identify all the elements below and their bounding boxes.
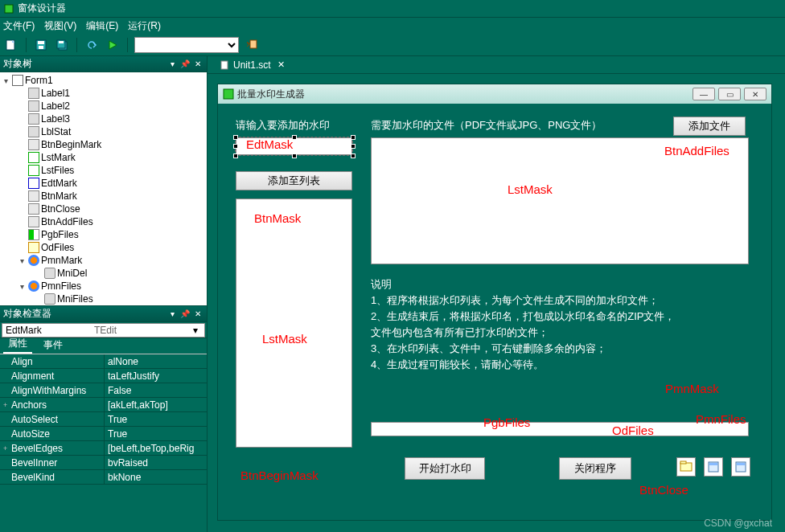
dropdown-icon[interactable]: ▾	[166, 309, 178, 320]
prop-row[interactable]: AutoSelectTrue	[0, 412, 207, 427]
toolbar-find-icon[interactable]	[244, 37, 260, 53]
prop-row[interactable]: AlignWithMarginsFalse	[0, 383, 207, 398]
toolbar-combo-select[interactable]	[134, 37, 239, 53]
form-body[interactable]: 请输入要添加的水印 需要加水印的文件（PDF文件或JPG、PNG文件） 添加至列…	[218, 104, 771, 520]
toolbar-divider	[127, 38, 128, 52]
svg-rect-9	[221, 61, 228, 69]
main-area: 对象树 ▾ 📌 ✕ ▾Form1 Label1 Label2 Label3 Lb…	[0, 56, 785, 532]
file-icon	[220, 60, 230, 70]
tree-node[interactable]: LstMark	[2, 151, 205, 164]
lstmark-listbox[interactable]	[236, 198, 352, 448]
svg-rect-16	[737, 463, 745, 465]
btn-add-files[interactable]: 添加文件	[673, 117, 746, 136]
prop-row[interactable]: AutoSizeTrue	[0, 427, 207, 441]
dropdown-icon[interactable]: ▾	[166, 59, 178, 70]
close-icon[interactable]: ✕	[277, 59, 285, 70]
odfiles-component-icon[interactable]	[676, 457, 696, 477]
svg-rect-12	[680, 461, 686, 464]
right-column: Unit1.sct ✕ 批量水印生成器 — ▭ ✕ 请输入要添加的水印 需要加水…	[208, 56, 785, 532]
maximize-button[interactable]: ▭	[718, 88, 741, 100]
btn-add-to-list[interactable]: 添加至列表	[236, 171, 352, 190]
close-icon[interactable]: ✕	[192, 309, 203, 320]
minimize-button[interactable]: —	[693, 88, 715, 100]
annotation-btnbegin: BtnBeginMask	[240, 469, 319, 482]
tree-panel-title: 对象树	[3, 57, 32, 71]
toolbar	[0, 34, 785, 56]
tree-node[interactable]: Label3	[2, 113, 205, 125]
btn-begin-mark[interactable]: 开始打水印	[405, 457, 485, 480]
tree-node[interactable]: BtnClose	[2, 203, 205, 215]
toolbar-save-icon[interactable]	[33, 37, 49, 53]
menu-edit[interactable]: 编辑(E)	[86, 19, 118, 33]
tree-node[interactable]: PgbFiles	[2, 228, 205, 241]
toolbar-saveall-icon[interactable]	[54, 37, 70, 53]
pin-icon[interactable]: 📌	[179, 309, 191, 320]
annotation-lstmask2: LstMask	[508, 182, 553, 196]
tree-node[interactable]: BtnAddFiles	[2, 215, 205, 228]
tree-node[interactable]: BtnMark	[2, 190, 205, 203]
svg-rect-8	[250, 40, 257, 48]
editor-tabstrip: Unit1.sct ✕	[208, 56, 785, 74]
annotation-btnmask: BtnMask	[254, 211, 301, 225]
editor-tab[interactable]: Unit1.sct ✕	[214, 58, 291, 72]
tree-node[interactable]: ▾PmnFiles	[2, 280, 205, 293]
tree-node[interactable]: MniFiles	[2, 293, 205, 305]
inspector-title: 对象检查器	[3, 307, 51, 321]
menu-view[interactable]: 视图(V)	[44, 19, 76, 33]
tree-node[interactable]: Label2	[2, 100, 205, 113]
prop-row[interactable]: +BevelEdges[beLeft,beTop,beRig	[0, 441, 207, 456]
annotation-odfiles: OdFiles	[612, 424, 654, 437]
tab-events[interactable]: 事件	[39, 337, 68, 354]
design-canvas[interactable]: 批量水印生成器 — ▭ ✕ 请输入要添加的水印 需要加水印的文件（PDF文件或J…	[208, 74, 785, 532]
tree-node[interactable]: BtnBeginMark	[2, 138, 205, 151]
app-icon	[3, 3, 14, 14]
tree-node[interactable]: EdtMark	[2, 177, 205, 190]
tab-attributes[interactable]: 属性	[3, 335, 32, 354]
tree-node[interactable]: ▾PmnMark	[2, 254, 205, 267]
prop-row[interactable]: +Anchors[akLeft,akTop]	[0, 398, 207, 412]
tree-node-form[interactable]: ▾Form1	[2, 74, 205, 87]
pmnmask-component-icon[interactable]	[704, 457, 723, 477]
tree-node[interactable]: Label1	[2, 87, 205, 100]
toolbar-new-icon[interactable]	[3, 37, 19, 53]
label-desc-2: 2、生成结束后，将根据水印名，打包成以水印名命名的ZIP文件，	[371, 309, 675, 324]
svg-rect-7	[59, 41, 64, 43]
menu-file[interactable]: 文件(F)	[3, 19, 35, 33]
design-form-window[interactable]: 批量水印生成器 — ▭ ✕ 请输入要添加的水印 需要加水印的文件（PDF文件或J…	[217, 84, 772, 521]
tree-node[interactable]: MniDel	[2, 267, 205, 280]
app-title: 窗体设计器	[18, 2, 66, 15]
prop-row[interactable]: AlignalNone	[0, 354, 207, 369]
annotation-pmnmask: PmnMask	[665, 382, 719, 395]
close-icon[interactable]: ✕	[192, 59, 203, 70]
svg-rect-0	[5, 5, 13, 13]
annotation-btnclose: BtnClose	[639, 483, 688, 497]
menu-run[interactable]: 运行(R)	[128, 19, 161, 33]
form-title: 批量水印生成器	[237, 88, 305, 101]
annotation-lstmask: LstMask	[262, 332, 307, 346]
toolbar-combo[interactable]	[134, 37, 239, 53]
pin-icon[interactable]: 📌	[179, 59, 191, 70]
annotation-pgbfiles: PgbFiles	[483, 415, 530, 429]
tree-body[interactable]: ▾Form1 Label1 Label2 Label3 LblStat BtnB…	[0, 72, 207, 305]
label-desc-2b: 文件包内包含有所有已打水印的文件；	[371, 325, 549, 340]
toolbar-run-icon[interactable]	[105, 37, 121, 53]
tree-node[interactable]: LstFiles	[2, 164, 205, 177]
label-desc-title: 说明	[371, 277, 392, 292]
pmnfiles-component-icon[interactable]	[731, 457, 750, 477]
tree-panel-header: 对象树 ▾ 📌 ✕	[0, 56, 207, 72]
left-column: 对象树 ▾ 📌 ✕ ▾Form1 Label1 Label2 Label3 Lb…	[0, 56, 208, 532]
annotation-btnaddfiles: BtnAddFiles	[664, 144, 730, 158]
window-close-button[interactable]: ✕	[744, 88, 767, 100]
toolbar-undo-icon[interactable]	[84, 37, 100, 53]
chevron-down-icon[interactable]: ▾	[190, 325, 201, 336]
prop-row[interactable]: BevelKindbkNone	[0, 470, 207, 485]
label-input-prompt: 请输入要添加的水印	[236, 118, 330, 133]
object-tree-panel: 对象树 ▾ 📌 ✕ ▾Form1 Label1 Label2 Label3 Lb…	[0, 56, 207, 305]
tree-node[interactable]: OdFiles	[2, 241, 205, 254]
prop-row[interactable]: AlignmenttaLeftJustify	[0, 369, 207, 383]
label-desc-1: 1、程序将根据水印列表，为每个文件生成不同的加水印文件；	[371, 293, 659, 308]
btn-close-program[interactable]: 关闭程序	[559, 457, 631, 480]
tree-node[interactable]: LblStat	[2, 125, 205, 138]
prop-row[interactable]: BevelInnerbvRaised	[0, 456, 207, 470]
inspector-grid[interactable]: AlignalNone AlignmenttaLeftJustify Align…	[0, 354, 207, 532]
